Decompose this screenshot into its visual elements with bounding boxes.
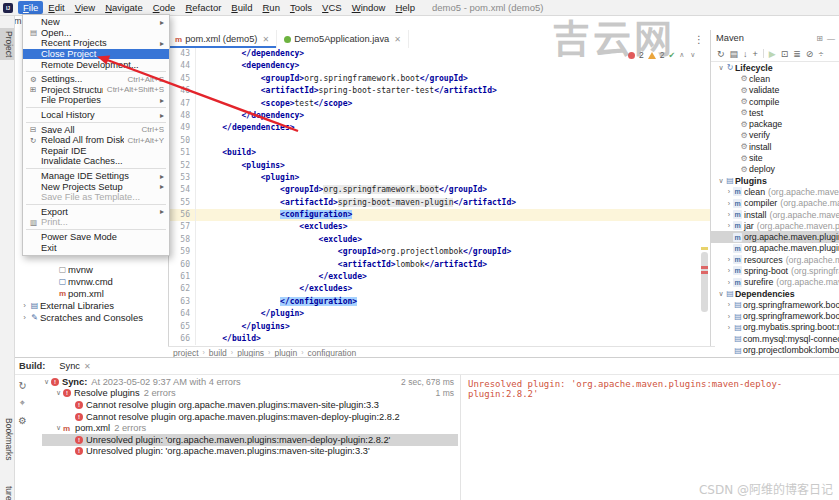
add-maven-project-icon[interactable]: + (753, 49, 758, 59)
maven-dependency-row[interactable]: ›▤org.springframework.boot:s (711, 299, 839, 310)
toggle-profiles-icon[interactable]: ≣ (793, 49, 801, 59)
scrollbar-thumb[interactable] (701, 252, 708, 312)
tab-options-icon[interactable]: ⋮ (688, 34, 710, 45)
maven-goal-clean[interactable]: ⚙clean (711, 73, 839, 84)
menubar-item-navigate[interactable]: Navigate (100, 1, 148, 14)
editor-tab-pom-xml[interactable]: mpom.xml (demo5)✕ (168, 30, 277, 48)
menubar-item-refactor[interactable]: Refactor (180, 1, 226, 14)
maven-node-lifecycle[interactable]: ∨↻Lifecycle (711, 62, 839, 73)
close-icon[interactable]: ✕ (84, 362, 91, 371)
menu-item-settings[interactable]: ⚙Settings...Ctrl+Alt+S (23, 74, 169, 85)
maven-plugin-row[interactable]: morg.apache.maven.plugins:m (711, 243, 839, 254)
code-line[interactable]: 49 </dependencies> (168, 122, 710, 134)
chevron-icon[interactable]: › (725, 313, 733, 320)
build-tree-row[interactable]: ∨!Resolve plugins2 errors1 ms (42, 388, 458, 400)
menu-item-project-structure[interactable]: ⊞Project Structure...Ctrl+Alt+Shift+S (23, 85, 169, 96)
breadcrumb-item-build[interactable]: build (209, 348, 227, 358)
menubar-item-window[interactable]: Window (347, 1, 391, 14)
code-line[interactable]: 60 <artifactId>lombok</artifactId> (168, 259, 710, 271)
breadcrumb-item-plugin[interactable]: plugin (274, 348, 297, 358)
menu-item-reload-all-from-disk[interactable]: ↻Reload All from DiskCtrl+Alt+Y (23, 135, 169, 146)
tree-item-pom-xml[interactable]: mpom.xml (14, 287, 168, 299)
maven-goal-install[interactable]: ⚙install (711, 141, 839, 152)
chevron-icon[interactable]: › (725, 222, 733, 229)
menu-item-new-projects-setup[interactable]: New Projects Setup▸ (23, 181, 169, 192)
build-tree-row[interactable]: !Unresolved plugin: 'org.apache.maven.pl… (42, 434, 458, 446)
next-prev-error-icons[interactable]: ∧ ∨ (679, 51, 697, 59)
chevron-right-icon[interactable]: › (20, 301, 29, 310)
chevron-icon[interactable]: ∨ (717, 290, 725, 298)
chevron-down-icon[interactable]: ∨ (42, 378, 51, 386)
chevron-icon[interactable]: › (725, 256, 733, 263)
code-line[interactable]: 64 </plugin> (168, 308, 710, 320)
maven-plugin-row[interactable]: ›mjar(org.apache.maven.plugin (711, 220, 839, 231)
filter-settings-icon[interactable]: ⚙ (18, 415, 27, 426)
close-icon[interactable]: ✕ (394, 35, 401, 44)
chevron-icon[interactable]: › (725, 211, 733, 218)
build-tree-row[interactable]: ∨!Sync:At 2023-05-02 9:37 AM with 4 erro… (42, 376, 458, 388)
menu-item-close-project[interactable]: Close Project (23, 49, 169, 60)
menu-item-invalidate-caches[interactable]: Invalidate Caches... (23, 156, 169, 167)
chevron-down-icon[interactable]: ∨ (54, 424, 63, 432)
code-line[interactable]: 47 <scope>test</scope> (168, 98, 710, 110)
code-line[interactable]: 61 </exclude> (168, 271, 710, 283)
maven-plugin-row[interactable]: ›mspring-boot(org.springfram (711, 265, 839, 276)
chevron-icon[interactable]: › (725, 267, 733, 274)
generate-sources-icon[interactable]: ▤ (730, 49, 739, 59)
sidebar-tab-bookmarks[interactable]: Bookmarks (0, 415, 14, 464)
restart-sync-icon[interactable]: ↻ (19, 380, 27, 391)
code-editor[interactable]: 43 </dependency>44 <dependency>45 <group… (168, 48, 710, 346)
menu-item-remote-development[interactable]: Remote Development... (23, 59, 169, 70)
code-line[interactable]: 45 <groupId>org.springframework.boot</gr… (168, 73, 710, 85)
chevron-icon[interactable]: ∨ (717, 177, 725, 185)
build-tree-row[interactable]: !Cannot resolve plugin org.apache.maven.… (42, 411, 458, 423)
maven-goal-test[interactable]: ⚙test (711, 107, 839, 118)
chevron-icon[interactable]: › (725, 279, 733, 286)
tree-item-external-libraries[interactable]: ›▤External Libraries (14, 300, 168, 312)
menubar-item-vcs[interactable]: VCS (317, 1, 347, 14)
menubar-item-help[interactable]: Help (390, 1, 420, 14)
reload-maven-icon[interactable]: ↻ (717, 49, 725, 59)
download-sources-icon[interactable]: ↓ (743, 49, 748, 59)
code-line[interactable]: 62 </excludes> (168, 283, 710, 295)
maven-settings-icon[interactable]: ÷ (818, 49, 823, 59)
maven-plugin-row[interactable]: ›msurefire(org.apache.maven.p (711, 277, 839, 288)
breadcrumb-item-plugins[interactable]: plugins (237, 348, 264, 358)
error-stripe-mark[interactable] (701, 266, 708, 269)
maven-plugin-row[interactable]: morg.apache.maven.plugins:m (711, 231, 839, 242)
build-tree-row[interactable]: ∨mpom.xml2 errors (42, 422, 458, 434)
close-icon[interactable]: ✕ (262, 35, 269, 44)
code-line[interactable]: 55 <artifactId>spring-boot-maven-plugin<… (168, 197, 710, 209)
chevron-icon[interactable]: › (725, 324, 733, 331)
code-line[interactable]: 50 (168, 135, 710, 147)
editor-tab-demo5application-java[interactable]: Demo5Application.java✕ (277, 30, 409, 48)
editor-scrollbar[interactable] (700, 48, 710, 346)
maven-plugin-row[interactable]: ›minstall(org.apache.maven.pl (711, 209, 839, 220)
code-line[interactable]: 51 <build> (168, 147, 710, 159)
maven-dependency-row[interactable]: ›▤org.mybatis.spring.boot:myb (711, 322, 839, 333)
sidebar-tab-project[interactable]: Project (0, 28, 14, 60)
menu-item-export[interactable]: Export▸ (23, 207, 169, 218)
code-line[interactable]: 53 <plugin> (168, 172, 710, 184)
code-line[interactable]: 59 <groupId>org.projectlombok</groupId> (168, 246, 710, 258)
menubar-item-code[interactable]: Code (148, 1, 181, 14)
menubar-item-file[interactable]: File (18, 1, 43, 14)
code-line[interactable]: 46 <artifactId>spring-boot-starter-test<… (168, 85, 710, 97)
skip-tests-icon[interactable]: ⊘ (806, 49, 814, 59)
tree-item-mvnw[interactable]: ▢mvnw (14, 263, 168, 275)
menu-item-new[interactable]: New▸ (23, 17, 169, 28)
code-line[interactable]: 63 </configuration> (168, 296, 710, 308)
menu-item-file-properties[interactable]: File Properties▸ (23, 95, 169, 106)
chevron-right-icon[interactable]: › (20, 313, 29, 322)
maven-dependency-row[interactable]: ▤com.mysql:mysql-connector- (711, 333, 839, 344)
menu-item-repair-ide[interactable]: Repair IDE (23, 146, 169, 157)
code-line[interactable]: 52 <plugins> (168, 160, 710, 172)
tree-item-scratches-and-consoles[interactable]: ›✎Scratches and Consoles (14, 312, 168, 324)
chevron-icon[interactable]: › (725, 188, 733, 195)
menubar-item-view[interactable]: View (70, 1, 100, 14)
chevron-icon[interactable]: ∨ (717, 64, 725, 72)
tree-item-mvnw-cmd[interactable]: ▢mvnw.cmd (14, 275, 168, 287)
menubar-item-build[interactable]: Build (226, 1, 257, 14)
maven-node-plugins[interactable]: ∨▤Plugins (711, 175, 839, 186)
build-tab-sync[interactable]: Sync✕ (59, 361, 90, 371)
